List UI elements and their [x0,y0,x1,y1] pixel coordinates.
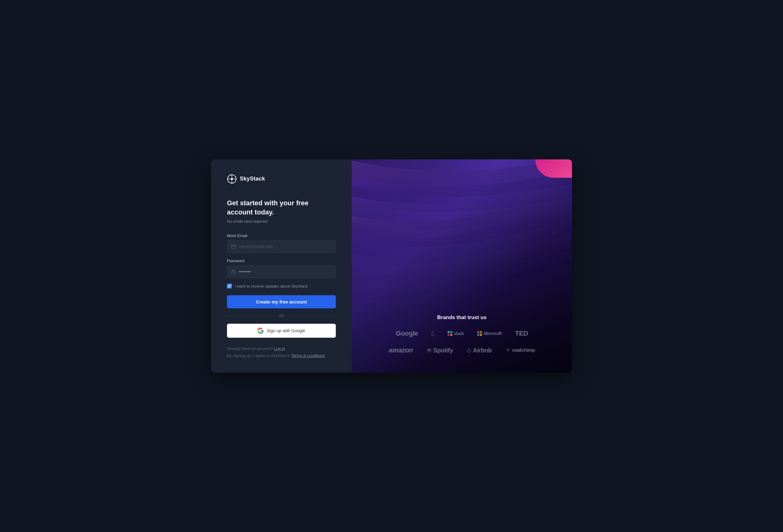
brand-spotify: Spotify [426,347,453,354]
email-label: Work Email [227,233,336,238]
google-button-label: Sign up with Google [267,328,305,333]
logo-row: SkyStack [227,174,336,184]
google-signup-button[interactable]: Sign up with Google [227,324,336,338]
brand-ted: TED [515,330,528,338]
right-panel: Brands that trust us Google  slack [352,159,572,373]
email-input[interactable] [227,240,336,253]
footer-links: Already have an account? Log in By signi… [227,346,336,358]
or-text: OR [279,314,284,318]
page-headline: Get started with your free account today… [227,198,336,217]
or-line-right [288,316,336,316]
logo-text: SkyStack [240,176,265,182]
lock-icon [231,270,235,274]
or-line-left [227,316,275,316]
terms-link[interactable]: Terms & conditions [291,353,325,358]
brand-apple:  [431,329,434,338]
updates-checkbox[interactable] [227,284,232,288]
password-input[interactable] [227,265,336,278]
updates-checkbox-row: I want to receive updates about SkyStack [227,284,336,288]
brand-mailchimp: mailchimp [505,347,535,353]
page-subheadline: No credit card required [227,219,336,224]
brands-row-1: Google  slack [396,329,528,338]
skystack-logo-icon [227,174,237,184]
terms-line: By signing up, I agree to SkyStack's Ter… [227,353,336,358]
brand-amazon: amazon [389,346,413,354]
password-input-wrapper [227,265,336,278]
page-wrapper: SkyStack Get started with your free acco… [211,159,572,373]
svg-point-12 [508,350,509,350]
google-logo-icon [257,327,264,334]
brands-section: Brands that trust us Google  slack [352,314,572,354]
svg-point-1 [230,178,233,180]
login-link[interactable]: Log in [274,346,285,351]
brands-title: Brands that trust us [437,314,487,321]
brand-slack: slack [447,331,464,336]
left-panel: SkyStack Get started with your free acco… [211,159,352,373]
create-account-button[interactable]: Create my free account [227,295,336,308]
brand-microsoft: Microsoft [477,331,502,336]
brand-airbnb: Airbnb [466,347,492,354]
email-icon [231,245,236,248]
login-line: Already have an account? Log in [227,346,336,351]
brands-row-2: amazon Spotify Airbnb mailchimp [389,346,535,354]
svg-point-8 [233,272,234,273]
brand-google: Google [396,330,418,338]
email-input-wrapper [227,240,336,253]
checkbox-label: I want to receive updates about SkyStack [235,284,308,288]
password-label: Password [227,258,336,263]
svg-point-11 [507,350,508,350]
or-divider: OR [227,314,336,318]
